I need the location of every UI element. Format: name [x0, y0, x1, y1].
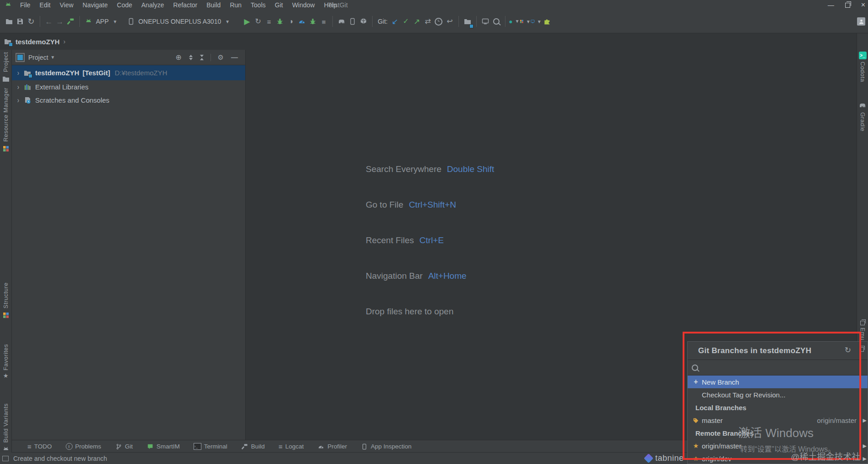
git-push-icon[interactable]: ↗ [411, 15, 422, 28]
breadcrumb-project[interactable]: testdemoZYH [16, 38, 60, 46]
branch-origin-dev[interactable]: ★ origin/dev ▶ [688, 452, 868, 464]
menu-window[interactable]: Window [288, 1, 320, 9]
git-update-icon[interactable]: ↙ [389, 15, 400, 28]
build-hammer-icon[interactable] [65, 15, 76, 28]
forward-icon[interactable]: → [54, 15, 65, 28]
plugin-puzzle-icon[interactable] [542, 15, 552, 28]
menu-run[interactable]: Run [225, 1, 246, 9]
locate-file-icon[interactable]: ⊕ [175, 54, 181, 61]
stripe-structure[interactable]: Structure [0, 282, 11, 320]
branch-search-input[interactable] [702, 363, 868, 372]
branch-master[interactable]: master origin/master ▶ [688, 414, 868, 427]
tool-build[interactable]: Build [241, 443, 265, 450]
local-branches-header: Local Branches [688, 401, 868, 414]
chevron-down-icon[interactable]: ▼ [113, 19, 117, 24]
stripe-project[interactable]: Project [0, 52, 11, 83]
apply-changes-restart-icon[interactable]: ↻ [253, 15, 263, 28]
submenu-arrow-icon: ▶ [863, 417, 867, 423]
search-everywhere-icon[interactable] [491, 15, 502, 28]
run-anything-icon[interactable] [480, 15, 491, 28]
new-branch-item[interactable]: + New Branch [688, 375, 868, 388]
run-config-android-icon [83, 15, 94, 28]
star-icon: ★ [692, 455, 700, 462]
device-selector[interactable]: ONEPLUS ONEPLUS A3010 [138, 18, 221, 25]
project-view-selector[interactable]: Project [28, 54, 48, 61]
chevron-down-icon[interactable]: ▼ [51, 55, 55, 60]
stop-icon[interactable]: ■ [318, 15, 329, 28]
tool-smartim[interactable]: SmartIM [147, 443, 180, 450]
restore-button[interactable] [845, 3, 850, 8]
submenu-arrow-icon: ▶ [863, 456, 867, 462]
tool-logcat[interactable]: ≡ Logcat [279, 443, 304, 450]
run-config-selector[interactable]: APP [96, 18, 109, 25]
stripe-emulator[interactable]: Emu [857, 321, 868, 340]
gradle-sync-icon[interactable] [336, 15, 347, 28]
menu-edit[interactable]: Edit [35, 1, 55, 9]
menu-build[interactable]: Build [202, 1, 225, 9]
git-history-icon[interactable] [433, 15, 444, 28]
stripe-favorites[interactable]: Favorites ★ [0, 344, 11, 379]
minimize-button[interactable]: — [828, 1, 834, 9]
menu-refactor[interactable]: Refactor [168, 1, 202, 9]
close-button[interactable]: × [861, 1, 865, 9]
open-icon[interactable] [4, 15, 15, 28]
git-commit-icon[interactable]: ✓ [400, 15, 411, 28]
settings-gear-icon[interactable]: ⚙ [218, 54, 224, 61]
hide-panel-icon[interactable]: — [231, 54, 238, 61]
emulator-tool-icon[interactable]: ▼ [531, 15, 542, 28]
attach-debugger-icon[interactable]: ◑ [285, 15, 296, 28]
menu-file[interactable]: File [16, 1, 35, 9]
menu-analyze[interactable]: Analyze [137, 1, 169, 9]
window-title: TestGit [328, 1, 348, 9]
run-icon[interactable]: ▶ [242, 15, 253, 28]
refresh-icon[interactable]: ↻ [845, 345, 851, 355]
shortcut-navigation-bar: Navigation Bar Alt+Home [366, 271, 494, 281]
stripe-build-variants[interactable]: Build Variants [0, 403, 11, 454]
menu-tools[interactable]: Tools [246, 1, 270, 9]
apply-code-changes-icon[interactable]: ≡ [263, 15, 274, 28]
project-structure-icon[interactable] [462, 15, 473, 28]
tree-row-scratches[interactable]: › Scratches and Consoles [12, 94, 245, 107]
save-all-icon[interactable] [15, 15, 26, 28]
chevron-right-icon[interactable]: › [14, 83, 23, 91]
menu-view[interactable]: View [55, 1, 78, 9]
menu-git[interactable]: Git [270, 1, 288, 9]
tool-problems[interactable]: ! Problems [66, 443, 101, 450]
chevron-right-icon[interactable]: › [14, 96, 23, 104]
debug-icon[interactable] [274, 15, 285, 28]
branch-origin-master[interactable]: ★ origin/master ▶ [688, 439, 868, 452]
git-rollback-icon[interactable]: ↩ [444, 15, 455, 28]
sdk-manager-icon[interactable] [358, 15, 369, 28]
stripe-codota[interactable]: >_ Codota [857, 52, 868, 82]
rerun-tests-icon[interactable] [307, 15, 318, 28]
resource-manager-icon[interactable]: ▼ [520, 15, 531, 28]
tool-window-switcher-icon[interactable] [2, 456, 9, 461]
checkout-tag-label: Checkout Tag or Revision... [702, 391, 785, 399]
tool-git[interactable]: Git [115, 443, 133, 450]
tool-app-inspection[interactable]: App Inspection [361, 443, 411, 450]
tool-todo[interactable]: ≡ TODO [27, 443, 52, 450]
tree-row-root[interactable]: › testdemoZYH [TestGit] D:¥testdemoZYH [12, 65, 245, 80]
layout-inspector-icon[interactable]: ●▼ [509, 15, 520, 28]
restore-popup-icon[interactable] [859, 347, 864, 352]
user-avatar[interactable] [857, 17, 865, 26]
profile-icon[interactable] [296, 15, 307, 28]
tree-row-external-libraries[interactable]: › External Libraries [12, 80, 245, 94]
tool-label: Problems [75, 443, 101, 450]
device-manager-icon[interactable] [347, 15, 358, 28]
tabnine-label: tabnine [655, 454, 684, 463]
git-diff-icon[interactable]: ⇄ [422, 15, 433, 28]
chevron-down-icon[interactable]: ▼ [225, 19, 230, 24]
menu-code[interactable]: Code [112, 1, 137, 9]
back-icon[interactable]: ← [43, 15, 54, 28]
checkout-tag-item[interactable]: Checkout Tag or Revision... [688, 388, 868, 401]
chevron-right-icon[interactable]: › [14, 69, 23, 77]
stripe-gradle[interactable]: Gradle [857, 101, 868, 131]
expand-all-icon[interactable] [189, 55, 193, 60]
tool-profiler[interactable]: Profiler [317, 443, 347, 450]
sync-refresh-icon[interactable]: ↻ [26, 15, 37, 28]
stripe-resource-manager[interactable]: Resource Manager [0, 88, 11, 153]
menu-navigate[interactable]: Navigate [78, 1, 112, 9]
tool-terminal[interactable]: ›_ Terminal [194, 443, 227, 450]
collapse-all-icon[interactable] [200, 55, 204, 60]
